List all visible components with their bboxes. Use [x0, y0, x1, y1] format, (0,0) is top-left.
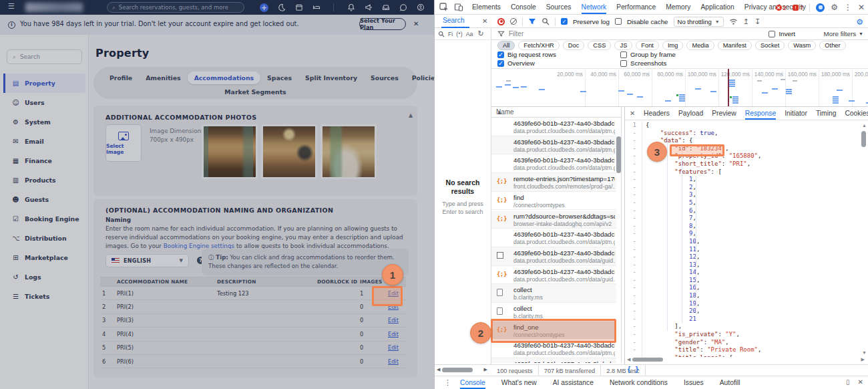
- sidebar-item-property[interactable]: ▤Property: [3, 74, 85, 93]
- console-errors-badge[interactable]: ✕2: [776, 4, 787, 11]
- filter-chip-font[interactable]: Font: [636, 41, 659, 50]
- sidebar-item-guests[interactable]: ☻Guests: [3, 190, 85, 209]
- inbox-icon[interactable]: [381, 3, 390, 12]
- detail-tab-response[interactable]: Response: [745, 108, 776, 120]
- request-row[interactable]: {;}find/connect/roomtypes: [491, 192, 616, 211]
- sidebar-item-distribution[interactable]: ⌥Distribution: [3, 229, 85, 248]
- collapse-section-icon[interactable]: ▲: [409, 112, 413, 118]
- request-row[interactable]: {;}4639fe60-b01b-4237-4a40-3bdadcbdef…da…: [491, 266, 616, 285]
- plus-icon[interactable]: +: [260, 3, 268, 12]
- sidebar-item-system[interactable]: ⚙System: [3, 112, 85, 132]
- request-row[interactable]: 4639fe60-b01b-4237-4a40-3bdadcbdef…data.…: [491, 247, 616, 266]
- request-row[interactable]: 4639fe60-b01b-4237-4a40-3bdadcbdef: [491, 358, 616, 363]
- settings-gear-icon[interactable]: ⚙: [831, 3, 838, 12]
- filter-chip-manifest[interactable]: Manifest: [718, 41, 752, 50]
- sidebar-item-users[interactable]: ☺Users: [3, 93, 85, 112]
- accommodation-photo-2[interactable]: [261, 124, 317, 179]
- filter-chip-fetch-xhr[interactable]: Fetch/XHR: [518, 41, 559, 50]
- screenshots-checkbox[interactable]: [620, 60, 627, 67]
- response-horizontal-scrollbar[interactable]: ◀▶: [625, 357, 868, 363]
- drawer-tab-issues[interactable]: Issues: [684, 377, 704, 389]
- devtools-tab-memory[interactable]: Memory: [666, 1, 690, 14]
- request-row[interactable]: 4639fe60-b01b-4237-4a40-3bdadcbdef…data.…: [491, 118, 616, 136]
- detail-tab-payload[interactable]: Payload: [678, 108, 703, 120]
- drawer-tab-network-conditions[interactable]: Network conditions: [610, 377, 668, 389]
- calendar-icon[interactable]: [294, 3, 303, 12]
- inspect-element-icon[interactable]: [439, 3, 449, 12]
- group-by-frame-checkbox[interactable]: [620, 51, 627, 58]
- request-row[interactable]: 4639fe60-b01b-4237-4a40-3bdadcbdef…data.…: [491, 229, 616, 247]
- request-row[interactable]: {;}rum?ddsource=browser&ddtags=sdk_v…bro…: [491, 211, 616, 229]
- export-har-icon[interactable]: ↧: [754, 17, 761, 26]
- search-panel-close-icon[interactable]: ✕: [482, 17, 487, 25]
- sidebar-item-marketplace[interactable]: ⊞Marketplace: [3, 248, 85, 267]
- sidebar-item-logs[interactable]: ↺Logs: [3, 267, 85, 287]
- tab-sources[interactable]: Sources: [364, 72, 405, 84]
- detail-tab-timing[interactable]: Timing: [816, 108, 837, 120]
- filter-chip-all[interactable]: All: [497, 41, 515, 50]
- search-panel-tab[interactable]: Search: [443, 17, 465, 24]
- devtools-tab-application[interactable]: Application: [700, 1, 734, 14]
- filter-chip-other[interactable]: Other: [819, 41, 845, 50]
- request-list-header[interactable]: Name ▲: [491, 107, 622, 118]
- regex-toggle[interactable]: (*): [456, 31, 462, 37]
- more-options-icon[interactable]: ⋮: [844, 3, 852, 12]
- request-list-scrollbar[interactable]: [616, 118, 622, 363]
- detail-tab-headers[interactable]: Headers: [644, 108, 670, 120]
- drawer-tab-what-s-new[interactable]: What's new: [501, 377, 537, 389]
- tab-amenities[interactable]: Amenities: [139, 72, 187, 84]
- network-conditions-icon[interactable]: [729, 17, 738, 25]
- detail-tab-preview[interactable]: Preview: [712, 108, 736, 120]
- issues-badge[interactable]: !7: [793, 4, 803, 11]
- tab-accommodations[interactable]: Accommodations: [188, 72, 260, 84]
- accommodation-photo-1[interactable]: [202, 124, 258, 179]
- accommodation-photo-3[interactable]: [320, 124, 377, 179]
- import-har-icon[interactable]: ↥: [743, 17, 749, 26]
- drawer-menu-icon[interactable]: ⋮: [444, 378, 451, 387]
- bell-icon[interactable]: [347, 3, 355, 12]
- preserve-log-checkbox[interactable]: ✓: [561, 18, 568, 25]
- edit-link[interactable]: Edit: [386, 358, 406, 365]
- request-row[interactable]: collectb.clarity.ms: [491, 284, 616, 303]
- tab-spaces[interactable]: Spaces: [260, 72, 298, 84]
- drawer-close-icon[interactable]: ✕: [858, 378, 863, 386]
- bed-icon[interactable]: [312, 3, 320, 12]
- filter-chip-socket[interactable]: Socket: [755, 41, 785, 50]
- devtools-close-icon[interactable]: ✕: [858, 3, 865, 12]
- moon-icon[interactable]: [277, 3, 286, 12]
- request-row[interactable]: {;}remote-entries.json?timestamp=176606……: [491, 173, 616, 192]
- scroll-up-icon[interactable]: ▲: [496, 108, 503, 116]
- sidebar-item-finance[interactable]: ▦Finance: [3, 151, 85, 170]
- big-request-rows-checkbox[interactable]: ✓: [497, 51, 504, 58]
- network-overview-timeline[interactable]: 20,000 ms40,000 ms60,000 ms80,000 ms100,…: [491, 68, 868, 107]
- devtools-tab-performance[interactable]: Performance: [616, 1, 656, 14]
- request-row[interactable]: 4639fe60-b01b-4237-4a40-3bdadcbdef…data.…: [491, 136, 616, 155]
- sidebar-item-products[interactable]: ▥Products: [3, 170, 85, 190]
- network-settings-icon[interactable]: ⚙: [856, 17, 863, 27]
- drawer-tab-ai-assistance[interactable]: AI assistance: [553, 377, 594, 389]
- overview-checkbox[interactable]: ✓: [497, 60, 504, 67]
- filter-funnel-icon[interactable]: [528, 17, 536, 25]
- tab-market-segments[interactable]: Market Segments: [218, 86, 292, 98]
- filter-chip-img[interactable]: Img: [662, 41, 684, 50]
- drawer-tab-console[interactable]: Console: [460, 377, 485, 389]
- search-panel-horizontal-scrollbar[interactable]: ◀▶: [435, 366, 491, 374]
- filter-input[interactable]: Filter: [509, 30, 523, 37]
- help-icon[interactable]: [416, 3, 425, 12]
- search-network-icon[interactable]: [541, 17, 550, 25]
- banner-close-icon[interactable]: ✕: [413, 20, 419, 27]
- tab-split-inventory[interactable]: Split Inventory: [298, 72, 364, 84]
- record-network-log-icon[interactable]: [497, 18, 505, 25]
- devtools-tab-network[interactable]: Network: [582, 1, 607, 14]
- detail-tab-initiator[interactable]: Initiator: [785, 108, 807, 120]
- filter-chip-js[interactable]: JS: [614, 41, 632, 50]
- dock-panel-icon[interactable]: ▯: [846, 378, 850, 386]
- devtools-tab-sources[interactable]: Sources: [546, 1, 572, 14]
- detail-tab-cookies[interactable]: Cookies: [845, 108, 868, 120]
- sidebar-search-input[interactable]: ⌕ Search: [7, 49, 82, 64]
- match-case-toggle[interactable]: Aa: [466, 31, 473, 37]
- megaphone-icon[interactable]: [364, 3, 373, 12]
- sidebar-item-tickets[interactable]: ☰Tickets: [3, 287, 85, 306]
- filter-chip-doc[interactable]: Doc: [563, 41, 585, 50]
- select-your-plan-button[interactable]: Select Your Plan: [359, 18, 406, 30]
